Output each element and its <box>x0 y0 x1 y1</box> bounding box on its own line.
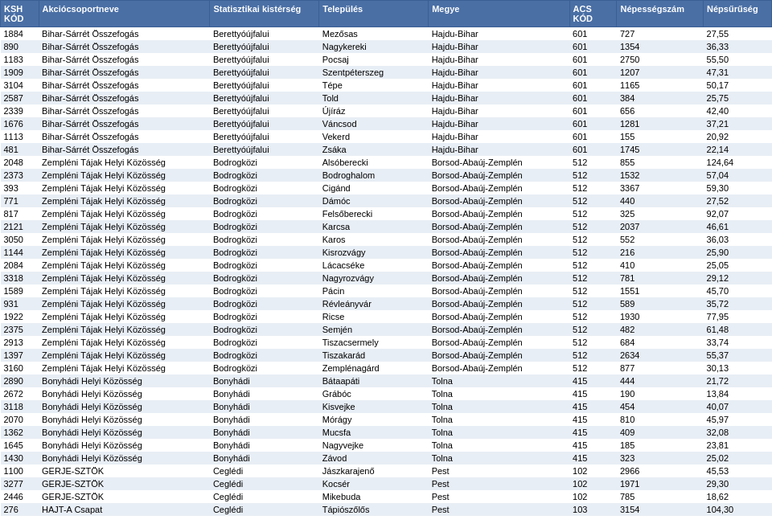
table-cell: Bihar-Sárrét Összefogás <box>39 27 210 41</box>
table-cell: Hajdu-Bihar <box>429 117 569 130</box>
table-cell: Bodrogközi <box>210 323 319 336</box>
table-cell: 1100 <box>1 464 39 477</box>
table-cell: 3160 <box>1 362 39 374</box>
table-cell: Lácacséke <box>319 259 429 272</box>
table-cell: 1884 <box>1 27 39 41</box>
table-row: 1144Zempléni Tájak Helyi KözösségBodrogk… <box>1 246 772 259</box>
table-row: 2339Bihar-Sárrét ÖsszefogásBerettyóújfal… <box>1 104 772 117</box>
table-cell: 190 <box>617 387 704 400</box>
table-cell: 771 <box>1 194 39 207</box>
table-cell: 323 <box>617 452 704 464</box>
table-cell: Bodrogközi <box>210 220 319 233</box>
table-cell: Berettyóújfalui <box>210 104 319 117</box>
table-cell: Borsod-Abaúj-Zemplén <box>429 349 569 362</box>
table-cell: 512 <box>569 336 617 349</box>
table-cell: 37,21 <box>704 117 772 130</box>
table-cell: Bodroghalom <box>319 169 429 182</box>
table-cell: Hajdu-Bihar <box>429 104 569 117</box>
table-cell: 454 <box>617 400 704 413</box>
table-cell: Bodrogközi <box>210 233 319 246</box>
table-row: 1100GERJE-SZTÖKCeglédiJászkarajenőPest10… <box>1 464 772 477</box>
table-cell: Bodrogközi <box>210 310 319 323</box>
table-cell: 46,61 <box>704 220 772 233</box>
table-cell: 1113 <box>1 130 39 143</box>
table-body: 1884Bihar-Sárrét ÖsszefogásBerettyóújfal… <box>1 27 772 517</box>
table-row: 2890Bonyhádi Helyi KözösségBonyhádiBátaa… <box>1 374 772 387</box>
table-cell: Révleányvár <box>319 297 429 310</box>
table-cell: Pest <box>429 503 569 516</box>
table-cell: GERJE-SZTÖK <box>39 477 210 490</box>
table-cell: 18,62 <box>704 490 772 503</box>
table-cell: 50,17 <box>704 79 772 92</box>
table-cell: 2587 <box>1 92 39 104</box>
table-cell: 1281 <box>617 117 704 130</box>
table-cell: 877 <box>617 362 704 374</box>
main-table-container: KSH KÓD Akciócsoportneve Statisztikai ki… <box>0 0 772 516</box>
table-cell: 512 <box>569 297 617 310</box>
table-cell: Nagyvejke <box>319 439 429 452</box>
table-cell: 92,07 <box>704 207 772 220</box>
table-cell: HAJT-A Csapat <box>39 503 210 516</box>
table-cell: Borsod-Abaúj-Zemplén <box>429 323 569 336</box>
table-cell: 1589 <box>1 284 39 297</box>
table-cell: 1745 <box>617 143 704 156</box>
table-cell: Hajdu-Bihar <box>429 53 569 66</box>
table-cell: Bonyhádi Helyi Közösség <box>39 439 210 452</box>
table-cell: 781 <box>617 272 704 284</box>
table-cell: 325 <box>617 207 704 220</box>
table-cell: 23,81 <box>704 439 772 452</box>
table-row: 481Bihar-Sárrét ÖsszefogásBerettyóújfalu… <box>1 143 772 156</box>
table-cell: 601 <box>569 79 617 92</box>
table-cell: Bodrogközi <box>210 169 319 182</box>
table-cell: 25,05 <box>704 259 772 272</box>
table-cell: Bodrogközi <box>210 259 319 272</box>
table-cell: 512 <box>569 246 617 259</box>
table-cell: Bonyhádi <box>210 439 319 452</box>
table-cell: Bihar-Sárrét Összefogás <box>39 117 210 130</box>
table-cell: 512 <box>569 349 617 362</box>
table-cell: 512 <box>569 194 617 207</box>
table-cell: Hajdu-Bihar <box>429 66 569 79</box>
table-cell: Tiszakarád <box>319 349 429 362</box>
table-cell: Bonyhádi Helyi Közösség <box>39 387 210 400</box>
table-row: 2672Bonyhádi Helyi KözösségBonyhádiGrábó… <box>1 387 772 400</box>
table-cell: 3050 <box>1 233 39 246</box>
table-cell: 1971 <box>617 477 704 490</box>
table-header: KSH KÓD Akciócsoportneve Statisztikai ki… <box>1 1 772 27</box>
table-cell: 57,04 <box>704 169 772 182</box>
table-row: 931Zempléni Tájak Helyi KözösségBodrogkö… <box>1 297 772 310</box>
table-row: 276HAJT-A CsapatCeglédiTápiószőlősPest10… <box>1 503 772 516</box>
table-cell: 20,92 <box>704 130 772 143</box>
table-cell: Berettyóújfalui <box>210 27 319 41</box>
table-cell: 1207 <box>617 66 704 79</box>
table-cell: Borsod-Abaúj-Zemplén <box>429 284 569 297</box>
table-cell: Bonyhádi <box>210 374 319 387</box>
table-cell: 589 <box>617 297 704 310</box>
table-cell: 33,74 <box>704 336 772 349</box>
table-cell: 1645 <box>1 439 39 452</box>
table-row: 3277GERJE-SZTÖKCeglédiKocsérPest10219712… <box>1 477 772 490</box>
table-cell: 45,70 <box>704 284 772 297</box>
table-cell: 410 <box>617 259 704 272</box>
table-cell: Tolna <box>429 426 569 439</box>
table-cell: 2672 <box>1 387 39 400</box>
table-cell: 415 <box>569 413 617 426</box>
table-cell: Ricse <box>319 310 429 323</box>
table-cell: 2339 <box>1 104 39 117</box>
table-cell: Borsod-Abaúj-Zemplén <box>429 272 569 284</box>
table-cell: Berettyóújfalui <box>210 79 319 92</box>
table-row: 1589Zempléni Tájak Helyi KözösségBodrogk… <box>1 284 772 297</box>
table-cell: Ceglédi <box>210 464 319 477</box>
table-cell: Zempléni Tájak Helyi Közösség <box>39 336 210 349</box>
table-cell: 59,30 <box>704 182 772 194</box>
table-cell: 512 <box>569 272 617 284</box>
table-cell: 601 <box>569 27 617 41</box>
table-cell: 55,50 <box>704 53 772 66</box>
table-cell: Bihar-Sárrét Összefogás <box>39 92 210 104</box>
table-cell: Zempléni Tájak Helyi Közösség <box>39 169 210 182</box>
table-cell: Újíráz <box>319 104 429 117</box>
table-cell: Bodrogközi <box>210 362 319 374</box>
table-cell: Borsod-Abaúj-Zemplén <box>429 182 569 194</box>
table-row: 1397Zempléni Tájak Helyi KözösségBodrogk… <box>1 349 772 362</box>
table-cell: Zemplénagárd <box>319 362 429 374</box>
